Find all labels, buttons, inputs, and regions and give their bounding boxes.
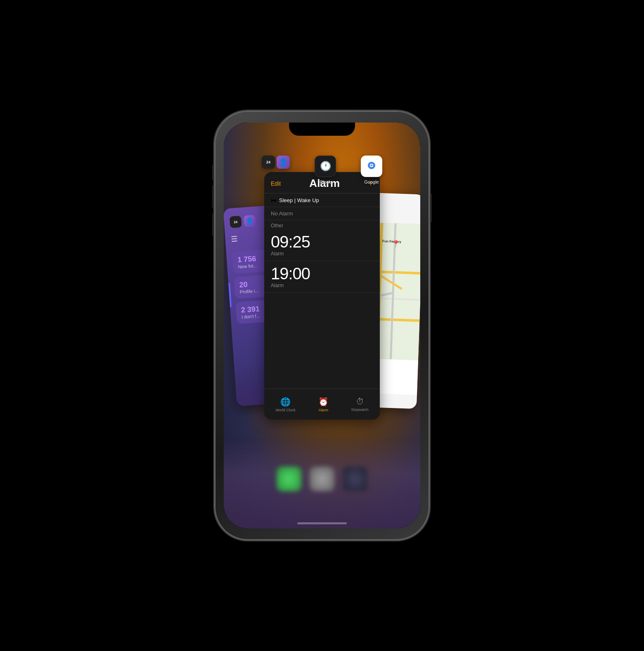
clock-other-section-label: Other <box>264 220 380 229</box>
app-icon-maps <box>361 156 382 177</box>
volume-down-button <box>212 213 214 236</box>
clock-tab-worldclock[interactable]: 🌐 World Clock <box>275 397 295 412</box>
card-clock[interactable]: Edit Alarm + 🛏 Sleep | Wake Up No Alarm … <box>264 172 380 420</box>
clock-alarm-label-2: Alarm <box>271 283 373 288</box>
stopwatch-tab-label: Stopwatch <box>351 408 369 412</box>
app-icon-clock-label: Clock <box>320 179 331 184</box>
svg-point-2 <box>371 165 372 166</box>
clock-sleep-section: 🛏 Sleep | Wake Up <box>264 193 380 207</box>
home-indicator <box>297 522 347 524</box>
alarm-tab-icon: ⏰ <box>318 397 329 407</box>
world-clock-icon: 🌐 <box>280 397 291 407</box>
volume-up-button <box>212 185 214 208</box>
app-switcher: 24 👤 ☰ 1 756 New fol... 20 Profile i... <box>224 172 420 453</box>
app-icon-wrapper-social[interactable]: 24 👤 <box>262 156 290 184</box>
blurred-app-1 <box>277 467 301 491</box>
app-icon-avatar: 👤 <box>277 156 290 169</box>
app-switcher-icons: 24 👤 🕐 Clock <box>224 156 420 184</box>
notch <box>289 123 355 136</box>
clock-alarm-time-2: 19:00 <box>271 265 373 282</box>
mute-button <box>212 165 214 180</box>
clock-alarm-item-2[interactable]: 19:00 Alarm <box>264 261 380 293</box>
world-clock-label: World Clock <box>275 408 295 412</box>
blurred-apps-dock <box>224 442 420 516</box>
social-24hr-icon: 24 <box>230 216 242 228</box>
app-icon-maps-label: Google <box>364 179 379 184</box>
sleep-label: Sleep | Wake Up <box>279 197 319 203</box>
app-icon-24hr: 24 <box>262 156 275 169</box>
sleep-icon: 🛏 <box>271 197 277 203</box>
phone-screen: 24 👤 🕐 Clock <box>224 123 420 528</box>
clock-tab-stopwatch[interactable]: ⏱ Stopwatch <box>351 397 369 412</box>
stopwatch-tab-icon: ⏱ <box>356 397 364 406</box>
clock-tabbar: 🌐 World Clock ⏰ Alarm ⏱ Stopwatch <box>264 389 380 420</box>
social-avatar-icon: 👤 <box>244 215 256 227</box>
app-icon-clock: 🕐 <box>315 156 336 177</box>
clock-alarm-time-1: 09:25 <box>271 234 373 250</box>
clock-no-alarm: No Alarm <box>264 207 380 220</box>
blurred-app-2 <box>310 467 334 491</box>
clock-alarm-label-1: Alarm <box>271 251 373 257</box>
alarm-tab-label: Alarm <box>318 408 328 412</box>
clock-tab-alarm[interactable]: ⏰ Alarm <box>318 397 329 412</box>
app-icon-wrapper-maps[interactable]: Google <box>361 156 382 184</box>
app-icon-wrapper-clock[interactable]: 🕐 Clock <box>315 156 336 184</box>
phone-container: 24 👤 🕐 Clock <box>215 111 429 540</box>
map-pin: 📍 <box>392 239 400 248</box>
clock-alarm-item-1[interactable]: 09:25 Alarm <box>264 229 380 261</box>
blurred-app-3 <box>343 467 367 491</box>
power-button <box>430 193 432 222</box>
